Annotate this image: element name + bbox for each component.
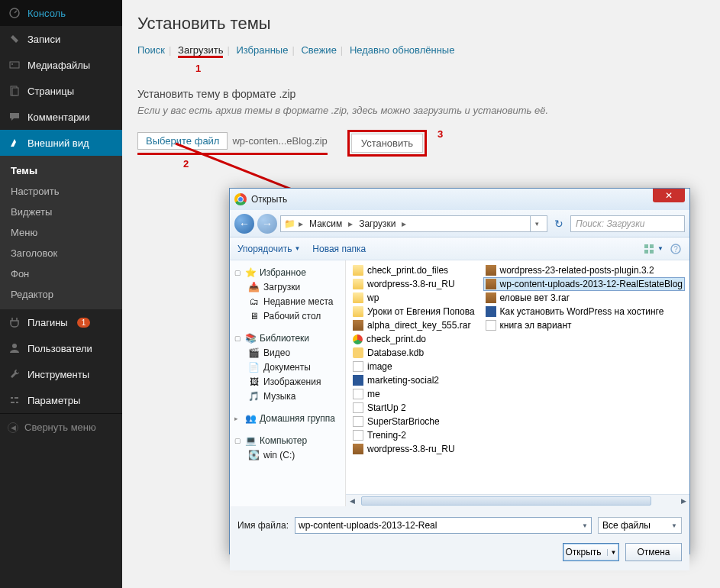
breadcrumb[interactable]: 📁 ▸ Максим ▸ Загрузки ▸ ▾ (280, 215, 547, 232)
file-item[interactable]: check_print.do_files (350, 263, 483, 277)
install-button[interactable]: Установить (351, 134, 423, 153)
media-icon (8, 58, 21, 72)
file-item[interactable]: me (350, 387, 483, 401)
file-item[interactable]: wordpress-23-related-posts-plugin.3.2 (483, 263, 685, 277)
file-item[interactable]: Database.kdb (350, 346, 483, 360)
subitem-background[interactable]: Фон (0, 263, 122, 284)
breadcrumb-part[interactable]: Максим (306, 218, 345, 229)
appearance-icon (8, 136, 21, 150)
file-item[interactable]: Уроки от Евгения Попова (350, 305, 483, 318)
file-item[interactable]: Trening-2 (350, 428, 483, 442)
collapse-icon: ◀ (8, 422, 18, 433)
search-input[interactable]: Поиск: Загрузки (570, 215, 685, 232)
document-icon: 📄 (248, 361, 260, 373)
sidebar-item-posts[interactable]: Записи (0, 26, 122, 52)
tree-favorites[interactable]: ▢⭐Избранное (233, 265, 342, 279)
file-item[interactable]: image (350, 360, 483, 373)
tab-upload[interactable]: Загрузить (178, 44, 223, 58)
folder-tree[interactable]: ▢⭐Избранное 📥Загрузки 🗂Недавние места 🖥Р… (230, 260, 346, 506)
subitem-menus[interactable]: Меню (0, 222, 122, 243)
toolbar-newfolder[interactable]: Новая папка (312, 244, 366, 254)
sidebar-item-pages[interactable]: Страницы (0, 78, 122, 104)
sidebar-item-appearance[interactable]: Внешний вид (0, 130, 122, 156)
view-mode-button[interactable]: ▼ (643, 243, 663, 255)
tree-music[interactable]: 🎵Музыка (233, 389, 342, 403)
annotation-2: 2 (183, 158, 705, 170)
tree-drive-c[interactable]: 💽win (C:) (233, 447, 342, 462)
sidebar-label: Внешний вид (27, 137, 89, 149)
tree-downloads[interactable]: 📥Загрузки (233, 279, 342, 294)
settings-icon (8, 393, 21, 407)
filename-input[interactable]: wp-content-uploads-2013-12-Real▼ (295, 517, 592, 534)
music-icon: 🎵 (248, 390, 260, 402)
toolbar-organize[interactable]: Упорядочить ▼ (237, 244, 300, 254)
file-item[interactable]: check_print.do (350, 332, 483, 346)
tab-search[interactable]: Поиск (137, 44, 165, 56)
filename-label: Имя файла: (237, 520, 289, 531)
tab-featured[interactable]: Избранные (236, 44, 288, 56)
choose-file-button[interactable]: Выберите файл (137, 132, 228, 150)
subitem-header[interactable]: Заголовок (0, 243, 122, 263)
tree-documents[interactable]: 📄Документы (233, 360, 342, 374)
filetype-select[interactable]: Все файлы▼ (598, 517, 682, 534)
breadcrumb-dropdown[interactable]: ▾ (530, 216, 544, 231)
homegroup-icon: 👥 (245, 412, 257, 424)
tree-computer[interactable]: ▢💻Компьютер (233, 433, 342, 447)
scroll-right[interactable]: ▶ (677, 495, 689, 506)
scroll-left[interactable]: ◀ (346, 495, 358, 506)
cancel-button[interactable]: Отмена (625, 543, 682, 561)
tree-video[interactable]: 🎬Видео (233, 345, 342, 360)
sidebar-item-users[interactable]: Пользователи (0, 335, 122, 361)
tree-label: Видео (263, 347, 290, 358)
chosen-filename: wp-conten...eBlog.zip (232, 135, 327, 147)
sidebar-label: Медиафайлы (27, 60, 90, 71)
tree-libraries[interactable]: ▢📚Библиотеки (233, 331, 342, 345)
hscrollbar[interactable]: ◀ ▶ (346, 494, 689, 506)
sidebar-label: Параметры (27, 395, 80, 406)
sidebar-item-settings[interactable]: Параметры (0, 387, 122, 413)
tree-homegroup[interactable]: ▸👥Домашняя группа (233, 411, 342, 425)
file-item[interactable]: еловые вет 3.rar (483, 291, 685, 305)
svg-rect-9 (16, 402, 18, 403)
wp-admin-sidebar: Консоль Записи Медиафайлы Страницы Комме… (0, 0, 122, 588)
file-item[interactable]: marketing-social2 (350, 373, 483, 387)
file-name: image (367, 361, 392, 372)
file-item[interactable]: wordpress-3.8-ru_RU (350, 442, 483, 456)
subitem-widgets[interactable]: Виджеты (0, 202, 122, 222)
tab-newest[interactable]: Свежие (301, 44, 336, 56)
dialog-close-button[interactable]: ✕ (653, 189, 685, 202)
tree-desktop[interactable]: 🖥Рабочий стол (233, 309, 342, 323)
tree-recent[interactable]: 🗂Недавние места (233, 294, 342, 309)
sidebar-item-comments[interactable]: Комментарии (0, 104, 122, 130)
subitem-editor[interactable]: Редактор (0, 284, 122, 305)
annotation-3: 3 (437, 128, 443, 140)
nav-back-button[interactable]: ← (234, 214, 254, 234)
scroll-thumb[interactable] (361, 496, 651, 506)
file-item[interactable]: alpha_direct_key_555.rar (350, 318, 483, 332)
collapse-menu[interactable]: ◀Свернуть меню (0, 413, 122, 441)
tab-updated[interactable]: Недавно обновлённые (350, 44, 455, 56)
file-item[interactable]: SuperStarBrioche (350, 415, 483, 428)
file-item[interactable]: Как установить WordPress на хостинге (483, 305, 685, 318)
sidebar-item-tools[interactable]: Инструменты (0, 361, 122, 387)
nav-forward-button[interactable]: → (257, 214, 277, 234)
open-button[interactable]: Открыть▼ (563, 543, 619, 561)
refresh-button[interactable]: ↻ (550, 215, 567, 232)
help-button[interactable]: ? (670, 243, 682, 255)
tree-images[interactable]: 🖼Изображения (233, 374, 342, 389)
subitem-customize[interactable]: Настроить (0, 181, 122, 202)
file-item[interactable]: StartUp 2 (350, 401, 483, 415)
breadcrumb-part[interactable]: Загрузки (356, 218, 399, 229)
file-item[interactable]: wordpress-3.8-ru_RU (350, 277, 483, 291)
subitem-themes[interactable]: Темы (0, 160, 122, 181)
file-list[interactable]: check_print.do_fileswordpress-3.8-ru_RUw… (346, 260, 689, 506)
sidebar-item-plugins[interactable]: Плагины1 (0, 309, 122, 335)
tree-label: Недавние места (263, 296, 333, 307)
file-item[interactable]: книга эл вариант (483, 318, 685, 332)
file-item[interactable]: wp (350, 291, 483, 305)
file-item[interactable]: wp-content-uploads-2013-12-RealEstateBlo… (483, 277, 685, 291)
sidebar-item-console[interactable]: Консоль (0, 0, 122, 26)
sidebar-item-media[interactable]: Медиафайлы (0, 52, 122, 78)
dialog-titlebar[interactable]: Открыть ✕ (230, 189, 689, 210)
drive-icon: 💽 (248, 449, 260, 460)
